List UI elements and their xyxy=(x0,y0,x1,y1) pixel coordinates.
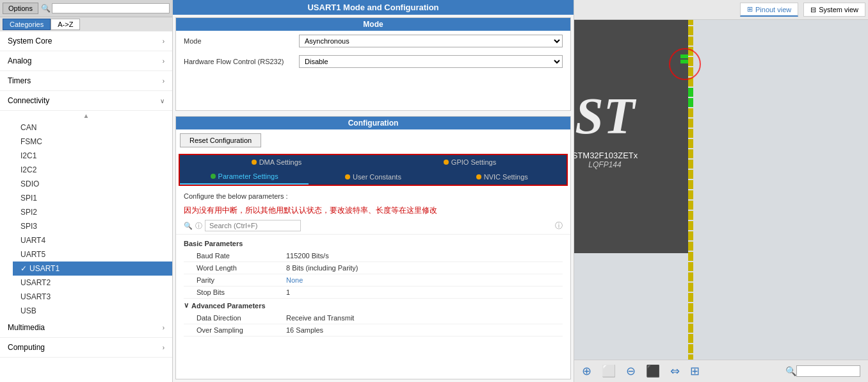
sidebar-options-bar: Options 🔍 xyxy=(0,0,172,17)
sidebar-sub-item-i2c2[interactable]: I2C2 xyxy=(13,163,172,177)
sidebar-item-computing[interactable]: Computing › xyxy=(0,338,172,358)
bottom-toolbar: ⊕ ⬜ ⊖ ⬛ ⇔ ⊞ 🔍 xyxy=(574,360,868,382)
sidebar-sub-item-i2c1[interactable]: I2C1 xyxy=(13,149,172,163)
baud-rate-key: Baud Rate xyxy=(184,252,286,260)
parity-val: None xyxy=(286,276,303,284)
hw-flow-select[interactable]: Disable Enable xyxy=(299,55,563,68)
param-row-direction: Data Direction Receive and Transmit xyxy=(184,312,563,324)
sidebar-item-label: Timers xyxy=(8,76,31,85)
hw-flow-row: Hardware Flow Control (RS232) Disable En… xyxy=(176,51,570,72)
mode-section-title: Mode xyxy=(176,18,570,31)
chip-board: ST STM32F103ZETx LQFP144 xyxy=(574,20,688,253)
scroll-indicator: ▲ xyxy=(0,111,172,120)
chevron-right-icon: › xyxy=(163,78,165,85)
circle-annotation xyxy=(669,48,701,80)
sidebar-sub-item-usb[interactable]: USB xyxy=(13,304,172,318)
sidebar-sub-item-sdio[interactable]: SDIO xyxy=(13,177,172,191)
params-content: Basic Parameters Baud Rate 115200 Bits/s… xyxy=(176,235,570,339)
gpio-dot xyxy=(444,160,449,165)
chevron-right-icon: › xyxy=(163,344,165,351)
search-params-icon: 🔍 xyxy=(184,222,193,230)
param-label: Parameter Settings xyxy=(218,172,278,180)
gpio-label: GPIO Settings xyxy=(451,158,496,166)
sidebar-item-label: Multimedia xyxy=(8,323,45,332)
sidebar-item-label: Computing xyxy=(8,343,45,352)
sidebar-sub-item-usart3[interactable]: USART3 xyxy=(13,290,172,304)
sidebar-item-label: System Core xyxy=(8,37,52,46)
sidebar-item-connectivity[interactable]: Connectivity ∨ xyxy=(0,91,172,111)
params-annotation: 因为没有用中断，所以其他用默认认状态，要改波特率、长度等在这里修改 xyxy=(176,204,570,217)
sidebar-list: System Core › Analog › Timers › Connecti… xyxy=(0,31,172,382)
tab-nvic-settings[interactable]: NVIC Settings xyxy=(438,169,567,185)
sidebar-sub-item-uart5[interactable]: UART5 xyxy=(13,247,172,262)
main-content: USART1 Mode and Configuration Mode Mode … xyxy=(173,0,574,382)
tab-dma-settings[interactable]: DMA Settings xyxy=(180,155,373,169)
chevron-right-icon: › xyxy=(163,58,165,65)
word-length-key: Word Length xyxy=(184,264,286,272)
options-button[interactable]: Options xyxy=(3,3,38,14)
config-desc: Configure the below parameters : xyxy=(176,188,570,204)
word-length-val: 8 Bits (including Parity) xyxy=(286,264,358,272)
advanced-params-title: ∨ Advanced Parameters xyxy=(184,299,563,312)
sidebar-item-label: Connectivity xyxy=(8,96,49,105)
tab-system-view[interactable]: ⊟ System view xyxy=(803,3,865,17)
sidebar-item-system-core[interactable]: System Core › xyxy=(0,31,172,51)
user-label: User Constants xyxy=(353,173,401,181)
mode-select[interactable]: Asynchronous Synchronous Disable xyxy=(299,35,563,47)
param-dot xyxy=(211,174,216,179)
sidebar-sub-item-usart2[interactable]: USART2 xyxy=(13,276,172,290)
stop-bits-val: 1 xyxy=(286,288,290,296)
dma-label: DMA Settings xyxy=(259,158,302,166)
chip-variant: LQFP144 xyxy=(588,160,621,169)
sidebar-sub-item-spi1[interactable]: SPI1 xyxy=(13,191,172,205)
chevron-right-icon: › xyxy=(163,324,165,331)
sidebar-sub-item-usart1[interactable]: ✓ USART1 xyxy=(13,262,172,276)
param-row-word: Word Length 8 Bits (including Parity) xyxy=(184,262,563,274)
config-section: Configuration Reset Configuration DMA Se… xyxy=(175,116,571,379)
chip-center: ST STM32F103ZETx LQFP144 xyxy=(574,87,638,169)
chip-wrapper: ST STM32F103ZETx LQFP144 xyxy=(574,20,868,360)
zoom-in-icon[interactable]: ⊕ xyxy=(582,364,591,378)
sidebar-search-input[interactable] xyxy=(52,3,170,13)
main-title: USART1 Mode and Configuration xyxy=(173,0,574,15)
zoom-out-icon[interactable]: ⊖ xyxy=(626,364,636,378)
reset-config-button[interactable]: Reset Configuration xyxy=(180,133,261,147)
view-tabs: ⊞ Pinout view ⊟ System view xyxy=(574,0,868,20)
config-tabs-row2: Parameter Settings User Constants NVIC S… xyxy=(180,169,567,185)
chip-logo: ST xyxy=(575,87,634,145)
direction-val: Receive and Transmit xyxy=(286,314,354,322)
tab-user-constants[interactable]: User Constants xyxy=(309,169,437,185)
flip-icon[interactable]: ⇔ xyxy=(670,364,680,378)
sidebar-item-multimedia[interactable]: Multimedia › xyxy=(0,318,172,338)
sidebar-item-analog[interactable]: Analog › xyxy=(0,51,172,71)
system-label: System view xyxy=(819,6,858,13)
tab-parameter-settings[interactable]: Parameter Settings xyxy=(180,169,309,185)
basic-params-title: Basic Parameters xyxy=(184,237,563,250)
tab-atoz[interactable]: A->Z xyxy=(51,19,80,30)
toolbar-search: 🔍 xyxy=(785,365,860,377)
toolbar-search-input[interactable] xyxy=(796,365,860,377)
columns-icon[interactable]: ⊞ xyxy=(690,364,700,378)
sidebar-sub-item-uart4[interactable]: UART4 xyxy=(13,233,172,247)
parity-key: Parity xyxy=(184,276,286,284)
sidebar-sub-item-spi3[interactable]: SPI3 xyxy=(13,219,172,233)
config-tabs-row1: DMA Settings GPIO Settings xyxy=(180,155,567,169)
tab-pinout-view[interactable]: ⊞ Pinout view xyxy=(740,3,798,17)
advanced-params-group: ∨ Advanced Parameters Data Direction Rec… xyxy=(184,299,563,336)
sidebar-item-timers[interactable]: Timers › xyxy=(0,71,172,91)
move-icon[interactable]: ⬛ xyxy=(646,364,660,378)
sidebar-sub-item-can[interactable]: CAN xyxy=(13,120,172,135)
fit-icon[interactable]: ⬜ xyxy=(602,364,616,378)
sidebar-sub-item-spi2[interactable]: SPI2 xyxy=(13,205,172,219)
config-section-title: Configuration xyxy=(176,117,570,129)
system-icon: ⊟ xyxy=(810,6,816,14)
tab-gpio-settings[interactable]: GPIO Settings xyxy=(373,155,567,169)
pinout-icon: ⊞ xyxy=(747,5,753,13)
info-icon: ⓘ xyxy=(555,220,563,231)
chip-name: STM32F103ZETx xyxy=(574,151,638,160)
sidebar-sub-item-fsmc[interactable]: FSMC xyxy=(13,135,172,149)
right-panel: ⊞ Pinout view ⊟ System view ST STM32 xyxy=(574,0,868,382)
user-dot xyxy=(345,174,350,179)
tab-categories[interactable]: Categories xyxy=(3,19,51,30)
search-params-input[interactable] xyxy=(205,220,301,231)
